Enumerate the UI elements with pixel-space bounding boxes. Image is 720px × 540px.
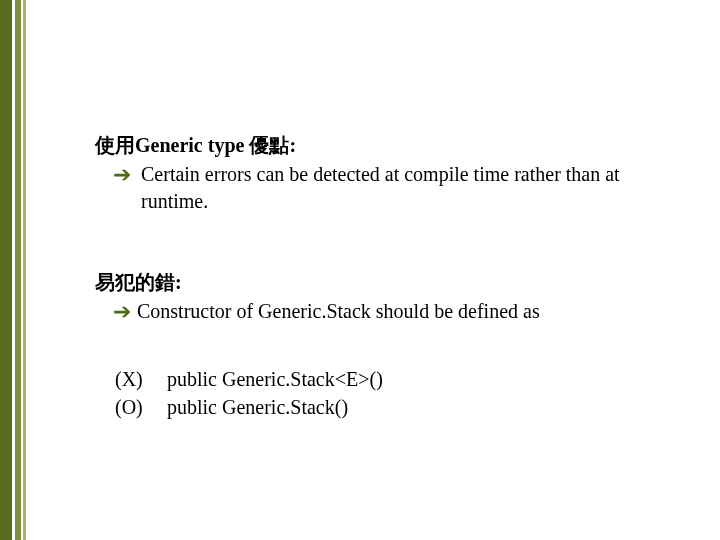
examples-block: (X) public Generic.Stack<E>() (O) public… — [115, 365, 660, 421]
example-right-row: (O) public Generic.Stack() — [115, 393, 660, 421]
stripe-light — [23, 0, 26, 540]
section2-bullet-row: ➔ Constructor of Generic.Stack should be… — [95, 298, 660, 327]
example-wrong-code: public Generic.Stack<E>() — [167, 365, 660, 393]
side-accent-stripes — [0, 0, 26, 540]
example-wrong-row: (X) public Generic.Stack<E>() — [115, 365, 660, 393]
arrow-icon: ➔ — [113, 298, 131, 327]
section2-heading: 易犯的錯: — [95, 269, 660, 296]
section2-bullet-text: Constructor of Generic.Stack should be d… — [137, 298, 660, 327]
example-right-code: public Generic.Stack() — [167, 393, 660, 421]
section2: 易犯的錯: ➔ Constructor of Generic.Stack sho… — [95, 269, 660, 327]
section1-heading: 使用Generic type 優點: — [95, 132, 660, 159]
example-wrong-mark: (X) — [115, 365, 167, 393]
arrow-icon: ➔ — [113, 161, 131, 215]
section1-bullet-text: Certain errors can be detected at compil… — [141, 161, 660, 215]
slide-content: 使用Generic type 優點: ➔ Certain errors can … — [95, 132, 660, 421]
section1-bullet-row: ➔ Certain errors can be detected at comp… — [95, 161, 660, 215]
example-right-mark: (O) — [115, 393, 167, 421]
stripe-dark — [0, 0, 12, 540]
